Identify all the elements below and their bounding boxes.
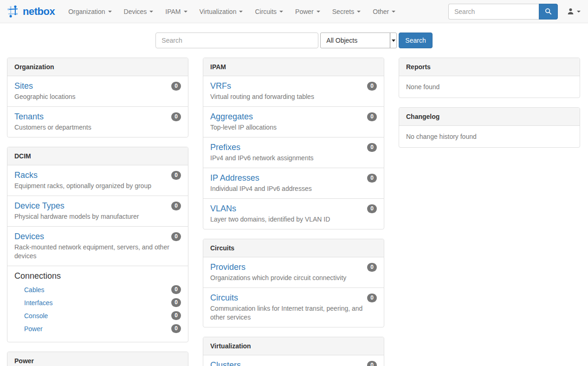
devices-link[interactable]: Devices: [14, 231, 44, 242]
aggregates-link[interactable]: Aggregates: [210, 111, 253, 122]
nav-item-label: Circuits: [255, 8, 277, 15]
navbar-search-button[interactable]: [539, 4, 558, 20]
user-menu[interactable]: [558, 8, 588, 15]
navbar-search-input[interactable]: [448, 4, 539, 20]
count-badge: 0: [171, 171, 181, 180]
nav-item-power[interactable]: Power: [289, 1, 326, 22]
count-badge: 0: [367, 361, 377, 366]
list-item-sites: Sites 0 Geographic locations: [7, 76, 188, 107]
panel-heading: Changelog: [399, 108, 580, 126]
count-badge: 0: [171, 232, 181, 241]
cables-link[interactable]: Cables: [24, 286, 45, 294]
ip-addresses-link[interactable]: IP Addresses: [210, 173, 259, 183]
chevron-down-icon: [392, 11, 395, 13]
brand-name: netbox: [23, 6, 55, 18]
item-description: Equipment racks, optionally organized by…: [14, 182, 181, 190]
nav-item-label: Virtualization: [200, 8, 237, 15]
nav-item-ipam[interactable]: IPAM: [159, 1, 193, 22]
nav-item-devices[interactable]: Devices: [118, 1, 160, 22]
nav-item-label: Other: [373, 8, 389, 15]
list-item-clusters: Clusters 0: [203, 355, 384, 366]
nav-item-virtualization[interactable]: Virtualization: [194, 1, 249, 22]
nav-item-secrets[interactable]: Secrets: [326, 1, 367, 22]
connection-row-console: Console 0: [24, 311, 181, 320]
count-badge: 0: [367, 174, 377, 183]
chevron-down-icon: [577, 11, 581, 13]
interfaces-link[interactable]: Interfaces: [24, 299, 52, 307]
providers-link[interactable]: Providers: [210, 262, 246, 272]
chevron-down-icon: [357, 11, 361, 13]
list-item-circuits: Circuits 0 Communication links for Inter…: [203, 288, 384, 327]
nav-item-other[interactable]: Other: [367, 1, 401, 22]
count-badge: 0: [367, 143, 377, 152]
list-item-aggregates: Aggregates 0 Top-level IP allocations: [203, 107, 384, 137]
connection-row-power: Power 0: [24, 324, 181, 333]
column-right: Reports None found Changelog No change h…: [399, 58, 580, 366]
panel-heading: IPAM: [203, 58, 384, 76]
item-description: Virtual routing and forwarding tables: [210, 92, 377, 101]
list-item-vrfs: VRFs 0 Virtual routing and forwarding ta…: [203, 76, 384, 107]
panel-heading: Circuits: [203, 239, 384, 257]
search-scope-value: All Objects: [321, 37, 390, 44]
panel-organization: Organization Sites 0 Geographic location…: [7, 58, 188, 137]
vrfs-link[interactable]: VRFs: [210, 81, 231, 91]
user-icon: [567, 8, 574, 15]
count-badge: 0: [171, 311, 181, 320]
count-badge: 0: [171, 112, 181, 121]
panel-virtualization: Virtualization Clusters 0: [203, 337, 384, 366]
nav-item-label: Organization: [68, 8, 105, 15]
item-description: Organizations which provide circuit conn…: [210, 274, 377, 282]
clusters-link[interactable]: Clusters: [210, 360, 241, 366]
nav-item-label: Secrets: [332, 8, 354, 15]
count-badge: 0: [367, 294, 377, 302]
chevron-down-icon: [279, 11, 283, 13]
item-description: Layer two domains, identified by VLAN ID: [210, 215, 377, 224]
panel-heading: Virtualization: [203, 337, 384, 355]
nav-item-circuits[interactable]: Circuits: [249, 1, 289, 22]
column-middle: IPAM VRFs 0 Virtual routing and forwardi…: [203, 58, 384, 366]
list-item-vlans: VLANs 0 Layer two domains, identified by…: [203, 199, 384, 229]
nav-item-label: Power: [295, 8, 314, 15]
connections-heading: Connections: [14, 271, 181, 281]
panel-power: Power: [7, 352, 188, 366]
reports-empty-message: None found: [399, 76, 580, 98]
racks-link[interactable]: Racks: [14, 170, 38, 180]
device-types-link[interactable]: Device Types: [14, 201, 65, 211]
list-item-prefixes: Prefixes 0 IPv4 and IPv6 network assignm…: [203, 137, 384, 168]
vlans-link[interactable]: VLANs: [210, 203, 236, 214]
console-link[interactable]: Console: [24, 312, 48, 320]
item-description: Individual IPv4 and IPv6 addresses: [210, 184, 377, 193]
search-scope-select[interactable]: All Objects: [320, 33, 397, 48]
main-search-input[interactable]: [155, 33, 318, 48]
panel-ipam: IPAM VRFs 0 Virtual routing and forwardi…: [203, 58, 384, 229]
changelog-empty-message: No change history found: [399, 126, 580, 147]
brand-logo[interactable]: netbox: [0, 5, 62, 18]
prefixes-link[interactable]: Prefixes: [210, 142, 240, 152]
list-item-tenants: Tenants 0 Customers or departments: [7, 107, 188, 137]
tenants-link[interactable]: Tenants: [14, 111, 44, 122]
nav-item-organization[interactable]: Organization: [62, 1, 117, 22]
panel-heading: Organization: [7, 58, 188, 76]
panel-heading: DCIM: [7, 147, 188, 165]
item-description: Communication links for Internet transit…: [210, 304, 377, 322]
main-search-button[interactable]: Search: [399, 33, 432, 48]
column-left: Organization Sites 0 Geographic location…: [7, 58, 188, 366]
dashboard-content: Organization Sites 0 Geographic location…: [0, 58, 588, 366]
panel-heading: Reports: [399, 58, 580, 76]
count-badge: 0: [367, 263, 377, 272]
item-description: IPv4 and IPv6 network assignments: [210, 154, 377, 163]
sites-link[interactable]: Sites: [14, 81, 33, 91]
search-icon: [545, 8, 552, 15]
list-item-ip-addresses: IP Addresses 0 Individual IPv4 and IPv6 …: [203, 168, 384, 199]
count-badge: 0: [367, 82, 377, 91]
list-item-devices: Devices 0 Rack-mounted network equipment…: [7, 227, 188, 266]
chevron-down-icon: [239, 11, 243, 13]
power-link[interactable]: Power: [24, 325, 43, 333]
count-badge: 0: [367, 204, 377, 213]
list-item-providers: Providers 0 Organizations which provide …: [203, 257, 384, 288]
count-badge: 0: [171, 82, 181, 91]
item-description: Customers or departments: [14, 123, 181, 132]
panel-reports: Reports None found: [399, 58, 580, 98]
circuits-link[interactable]: Circuits: [210, 293, 238, 303]
connection-row-cables: Cables 0: [24, 285, 181, 294]
